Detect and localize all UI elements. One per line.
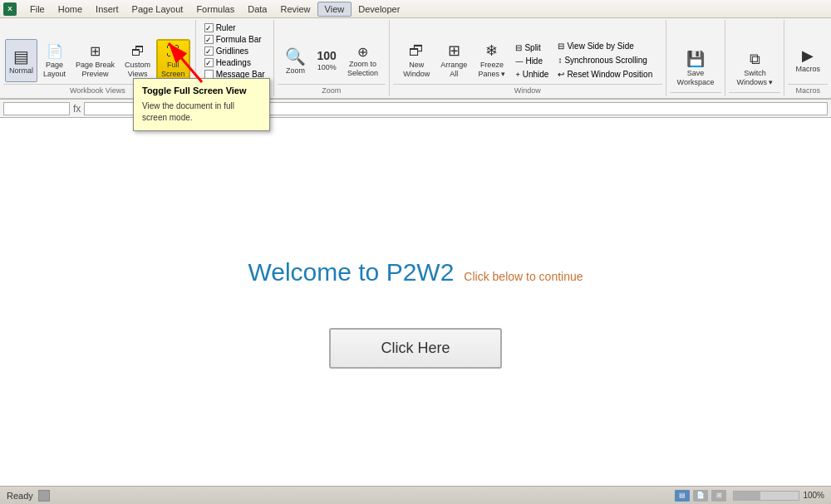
window-group: 🗗 NewWindow ⊞ ArrangeAll ❄ FreezePanes ▾… <box>390 20 666 96</box>
macros-icon: ▶ <box>802 47 814 66</box>
page-layout-status[interactable]: 📄 <box>693 490 708 502</box>
arrange-all-label: ArrangeAll <box>440 61 467 79</box>
svg-line-1 <box>169 43 202 82</box>
view-side-icon: ⊟ <box>558 42 564 51</box>
custom-views-label: CustomViews <box>125 61 150 79</box>
hide-button[interactable]: — Hide <box>512 55 552 67</box>
freeze-panes-button[interactable]: ❄ FreezePanes ▾ <box>474 39 509 82</box>
menu-view[interactable]: View <box>317 2 352 17</box>
zoom-100-button[interactable]: 100 100% <box>313 39 341 82</box>
zoom-icon: 🔍 <box>285 46 306 66</box>
zoom-label-group: Zoom <box>278 84 386 96</box>
macros-button[interactable]: ▶ Macros <box>791 39 824 82</box>
ruler-label: Ruler <box>216 23 236 32</box>
normal-view-icon: ▤ <box>13 46 29 66</box>
save-workspace-label: SaveWorkspace <box>677 69 715 87</box>
headings-label: Headings <box>216 58 251 67</box>
new-window-label: NewWindow <box>403 61 430 79</box>
custom-views-button[interactable]: 🗗 CustomViews <box>120 39 155 82</box>
menu-review[interactable]: Review <box>273 2 317 16</box>
new-window-button[interactable]: 🗗 NewWindow <box>399 39 434 82</box>
sync-scroll-icon: ↕ <box>558 56 562 65</box>
zoom-selection-icon: ⊕ <box>357 44 368 60</box>
macros-group-label: Macros <box>788 84 828 96</box>
save-workspace-group: 💾 SaveWorkspace <box>666 20 726 96</box>
page-break-icon: ⊞ <box>90 43 101 59</box>
app-icon: X <box>3 2 17 16</box>
freeze-panes-icon: ❄ <box>485 42 498 61</box>
menu-page-layout[interactable]: Page Layout <box>125 2 190 16</box>
red-arrow <box>156 37 206 88</box>
reset-position-button[interactable]: ↩ Reset Window Position <box>554 68 656 81</box>
zoom-100-icon: 100 <box>317 49 337 63</box>
save-workspace-icon: 💾 <box>686 51 705 69</box>
status-right: ▤ 📄 ⊞ 100% <box>675 490 824 502</box>
arrange-all-button[interactable]: ⊞ ArrangeAll <box>436 39 471 82</box>
ribbon: ▤ Normal 📄 PageLayout ⊞ Page BreakPrevie… <box>0 18 831 100</box>
welcome-subtitle: Click below to continue <box>464 270 583 283</box>
fx-label: fx <box>73 103 81 115</box>
reset-icon: ↩ <box>558 70 564 79</box>
menu-insert[interactable]: Insert <box>89 2 125 16</box>
switch-windows-button[interactable]: ⧉ SwitchWindows ▾ <box>732 47 777 91</box>
switch-windows-label: SwitchWindows ▾ <box>736 69 773 87</box>
zoom-group: 🔍 Zoom 100 100% ⊕ Zoom toSelection Zoom <box>274 20 390 96</box>
formula-bar-checkbox[interactable]: ✓ Formula Bar <box>204 35 265 44</box>
unhide-icon: + <box>515 71 519 79</box>
welcome-title: Welcome to P2W2 <box>248 258 454 286</box>
formula-bar: fx <box>0 100 831 118</box>
zoom-label: Zoom <box>286 66 305 76</box>
menu-file[interactable]: File <box>23 2 52 16</box>
zoom-selection-button[interactable]: ⊕ Zoom toSelection <box>343 39 382 82</box>
sync-scroll-button[interactable]: ↕ Synchronous Scrolling <box>554 54 656 66</box>
view-side-label: View Side by Side <box>567 42 633 51</box>
switch-windows-group: ⧉ SwitchWindows ▾ <box>725 20 784 96</box>
menu-bar: X File Home Insert Page Layout Formulas … <box>0 0 831 18</box>
menu-data[interactable]: Data <box>241 2 273 16</box>
page-break-button[interactable]: ⊞ Page BreakPreview <box>71 39 119 82</box>
zoom-selection-label: Zoom toSelection <box>347 60 378 78</box>
custom-views-icon: 🗗 <box>131 43 145 59</box>
menu-developer[interactable]: Developer <box>352 2 406 16</box>
click-here-button[interactable]: Click Here <box>329 328 501 369</box>
zoom-level: 100% <box>803 491 824 500</box>
hide-icon: — <box>515 57 523 66</box>
status-bar: Ready ▤ 📄 ⊞ 100% <box>0 486 831 504</box>
new-window-icon: 🗗 <box>409 42 424 61</box>
switch-windows-group-label <box>729 92 780 96</box>
zoom-button[interactable]: 🔍 Zoom <box>281 39 311 82</box>
ruler-checkbox[interactable]: ✓ Ruler <box>204 23 265 32</box>
split-button[interactable]: ⊟ Split <box>512 42 552 54</box>
status-text: Ready <box>7 491 33 501</box>
tooltip-text: View the document in full screen mode. <box>142 100 261 124</box>
gridlines-checkbox[interactable]: ✓ Gridlines <box>204 46 265 56</box>
save-workspace-button[interactable]: 💾 SaveWorkspace <box>673 47 719 91</box>
menu-formulas[interactable]: Formulas <box>189 2 241 16</box>
unhide-button[interactable]: + Unhide <box>512 68 552 81</box>
page-layout-button[interactable]: 📄 PageLayout <box>39 39 70 82</box>
headings-checkbox[interactable]: ✓ Headings <box>204 58 265 67</box>
macros-label: Macros <box>795 65 820 74</box>
hide-label: Hide <box>525 56 543 66</box>
zoom-slider[interactable] <box>733 491 799 501</box>
normal-view-status[interactable]: ▤ <box>675 490 690 502</box>
formula-bar-label: Formula Bar <box>216 35 262 44</box>
name-box[interactable] <box>3 102 70 115</box>
save-workspace-group-label <box>670 92 722 96</box>
macros-group: ▶ Macros Macros <box>784 20 831 96</box>
split-label: Split <box>524 43 540 52</box>
sync-scroll-label: Synchronous Scrolling <box>564 56 647 65</box>
zoom-100-label: 100% <box>317 63 337 72</box>
main-content: Welcome to P2W2 Click below to continue … <box>0 118 831 492</box>
normal-view-button[interactable]: ▤ Normal <box>5 39 37 82</box>
reset-label: Reset Window Position <box>567 70 652 79</box>
view-side-by-side-button[interactable]: ⊟ View Side by Side <box>554 40 656 52</box>
menu-home[interactable]: Home <box>52 2 89 16</box>
sheet-icon <box>38 490 50 502</box>
page-break-status[interactable]: ⊞ <box>711 490 726 502</box>
ruler-checkbox-box: ✓ <box>204 23 214 32</box>
welcome-heading: Welcome to P2W2 Click below to continue <box>248 258 583 286</box>
page-layout-label: PageLayout <box>43 61 66 79</box>
page-layout-icon: 📄 <box>47 43 63 59</box>
arrange-all-icon: ⊞ <box>448 42 460 61</box>
